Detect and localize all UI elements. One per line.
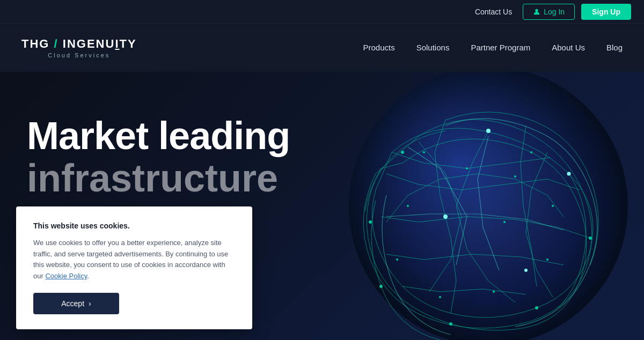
hero-headline: Market leading infrastructure xyxy=(27,115,290,199)
svg-point-8 xyxy=(379,285,383,288)
main-navbar: THG / INGENUITY Cloud Services Products … xyxy=(0,24,644,72)
svg-point-24 xyxy=(567,172,571,176)
svg-point-17 xyxy=(396,258,398,261)
svg-point-21 xyxy=(530,151,532,153)
login-button[interactable]: Log In xyxy=(523,4,575,20)
hero-line2: infrastructure xyxy=(27,157,278,199)
svg-point-10 xyxy=(401,151,404,154)
accept-arrow-icon: › xyxy=(89,299,91,308)
nav-item-solutions[interactable]: Solutions xyxy=(416,43,450,53)
svg-point-15 xyxy=(493,291,495,293)
nav-item-about[interactable]: About Us xyxy=(552,43,585,53)
cookie-banner: This website uses cookies. We use cookie… xyxy=(16,206,252,329)
svg-point-14 xyxy=(546,258,548,261)
svg-point-26 xyxy=(524,269,528,272)
top-bar: Contact Us Log In Sign Up xyxy=(0,0,644,24)
contact-link[interactable]: Contact Us xyxy=(475,8,512,16)
svg-point-25 xyxy=(443,215,448,219)
cookie-policy-link[interactable]: Cookie Policy xyxy=(45,272,87,280)
svg-point-11 xyxy=(466,167,468,169)
globe-svg xyxy=(258,72,644,340)
cookie-body: We use cookies to offer you a better exp… xyxy=(33,238,235,282)
user-icon xyxy=(533,8,540,16)
svg-point-7 xyxy=(449,322,452,326)
logo-sub: Cloud Services xyxy=(21,52,137,58)
hero-text: Market leading infrastructure xyxy=(27,115,290,199)
login-label: Log In xyxy=(544,8,565,16)
signup-button[interactable]: Sign Up xyxy=(581,4,631,20)
nav-links: Products Solutions Partner Program About… xyxy=(363,43,623,53)
nav-item-blog[interactable]: Blog xyxy=(606,43,623,53)
nav-item-products[interactable]: Products xyxy=(363,43,394,53)
cookie-accept-button[interactable]: Accept › xyxy=(33,293,119,314)
logo-text: THG / INGENUITY xyxy=(21,37,137,51)
hero-line1: Market leading xyxy=(27,114,290,157)
svg-point-18 xyxy=(407,205,409,207)
svg-point-23 xyxy=(486,129,491,133)
hero-section: Market leading infrastructure This websi… xyxy=(0,72,644,340)
cookie-title: This website uses cookies. xyxy=(33,221,235,230)
svg-point-5 xyxy=(589,236,592,240)
svg-point-9 xyxy=(369,220,372,224)
svg-point-6 xyxy=(535,306,538,309)
svg-point-0 xyxy=(536,9,538,11)
svg-point-22 xyxy=(423,151,425,153)
svg-point-13 xyxy=(552,205,554,207)
svg-point-20 xyxy=(503,221,506,223)
svg-point-12 xyxy=(514,175,516,178)
svg-point-16 xyxy=(439,296,441,298)
globe-visualization xyxy=(258,72,644,340)
nav-item-partner[interactable]: Partner Program xyxy=(471,43,530,53)
logo: THG / INGENUITY Cloud Services xyxy=(21,37,137,58)
